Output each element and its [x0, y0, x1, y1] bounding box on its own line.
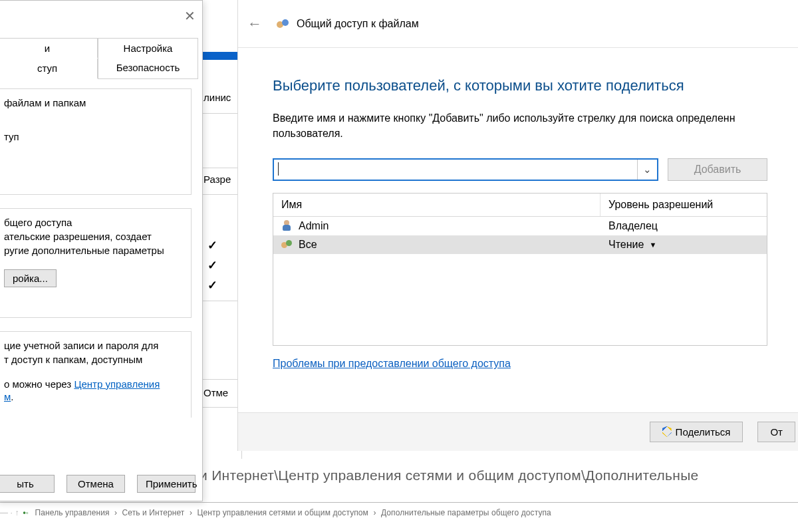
cancel-button[interactable]: Отмена — [66, 475, 125, 493]
background-path-fragment: и Интернет\Центр управления сетями и общ… — [200, 467, 798, 483]
chevron-down-icon: ▼ — [649, 241, 656, 249]
group-icon — [281, 239, 293, 251]
share-button[interactable]: Поделиться — [650, 422, 743, 442]
tab-general[interactable]: и — [0, 38, 98, 58]
advanced-settings-button[interactable]: ройка... — [4, 269, 57, 287]
file-sharing-dialog: ← Общий доступ к файлам Выберите пользов… — [237, 0, 798, 451]
dialog-footer: Поделиться От — [238, 412, 798, 451]
text-cursor — [278, 162, 279, 176]
checkmark-icon: ✓ — [207, 258, 217, 273]
column-header-permission[interactable]: Уровень разрешений — [600, 194, 767, 216]
label: ательские разрешения, создает — [4, 229, 184, 243]
label: о можно через Центр управления — [4, 377, 184, 391]
back-button[interactable]: ← — [246, 15, 263, 33]
network-center-link[interactable]: Центр управления — [74, 378, 160, 390]
chevron-down-icon[interactable]: ⌄ — [637, 160, 657, 180]
permission-level: Владелец — [600, 217, 767, 235]
tab-security[interactable]: Безопасность — [98, 58, 198, 78]
bg-label-fragment: линис — [203, 92, 231, 103]
network-center-link[interactable]: м — [4, 391, 11, 402]
background-panel: линис Разре ✓ ✓ ✓ Отме — [202, 0, 242, 459]
table-row[interactable]: Все Чтение ▼ — [273, 235, 767, 254]
group-password-protection: цие учетной записи и пароля для т доступ… — [0, 331, 192, 418]
label: т доступ к папкам, доступным — [4, 352, 184, 366]
cancel-button[interactable]: От — [757, 422, 795, 442]
permission-dropdown[interactable]: Чтение ▼ — [600, 235, 767, 254]
label: бщего доступа — [4, 215, 184, 229]
label: файлам и папкам — [4, 96, 184, 110]
shield-icon — [662, 426, 672, 437]
user-icon — [281, 220, 293, 232]
tab-access[interactable]: ступ — [0, 59, 98, 79]
bg-label-fragment: Разре — [203, 174, 231, 185]
checkmark-icon: ✓ — [207, 278, 217, 293]
column-header-name[interactable]: Имя — [273, 194, 600, 216]
selected-row-highlight — [202, 52, 241, 60]
label: туп — [4, 130, 184, 144]
sharing-troubleshoot-link[interactable]: Проблемы при предоставлении общего досту… — [273, 358, 511, 369]
tabs: и Настройка ступ Безопасность — [0, 38, 198, 79]
divider — [0, 502, 798, 503]
bg-label-fragment: Отме — [203, 387, 228, 398]
breadcrumb-item[interactable]: Панель управления — [35, 508, 110, 517]
user-name: Все — [299, 239, 317, 251]
label: ругие дополнительные параметры — [4, 243, 184, 257]
dialog-header: ← Общий доступ к файлам — [238, 0, 798, 48]
breadcrumb: — · ↑•◦ Панель управления › Сеть и Интер… — [0, 508, 798, 517]
close-button[interactable]: ыть — [0, 475, 55, 493]
group-simple-sharing: файлам и папкам туп — [0, 88, 192, 195]
close-button[interactable]: ✕ — [180, 7, 199, 25]
user-name: Admin — [299, 220, 329, 232]
permissions-table: Имя Уровень разрешений Admin Владелец Вс… — [273, 193, 767, 346]
breadcrumb-item[interactable]: Центр управления сетями и общим доступом — [197, 508, 368, 517]
page-heading: Выберите пользователей, с которыми вы хо… — [273, 77, 767, 94]
breadcrumb-item[interactable]: Сеть и Интернет — [122, 508, 185, 517]
tab-settings[interactable]: Настройка — [98, 38, 198, 58]
apply-button[interactable]: Применить — [137, 475, 196, 493]
people-icon — [277, 17, 290, 31]
user-name-combobox[interactable]: ⌄ — [273, 158, 658, 181]
properties-body: файлам и папкам туп бщего доступа ательс… — [0, 82, 198, 461]
dialog-title: Общий доступ к файлам — [297, 18, 419, 30]
table-row[interactable]: Admin Владелец — [273, 217, 767, 235]
dialog-buttons: ыть Отмена Применить — [0, 475, 198, 493]
label: цие учетной записи и пароля для — [4, 338, 184, 352]
add-button[interactable]: Добавить — [668, 158, 767, 181]
breadcrumb-item[interactable]: Дополнительные параметры общего доступа — [381, 508, 551, 517]
properties-dialog: ✕ и Настройка ступ Безопасность файлам и… — [0, 0, 203, 501]
checkmark-icon: ✓ — [207, 238, 217, 253]
instruction-text: Введите имя и нажмите кнопку "Добавить" … — [273, 110, 767, 141]
group-advanced-sharing: бщего доступа ательские разрешения, созд… — [0, 208, 192, 318]
